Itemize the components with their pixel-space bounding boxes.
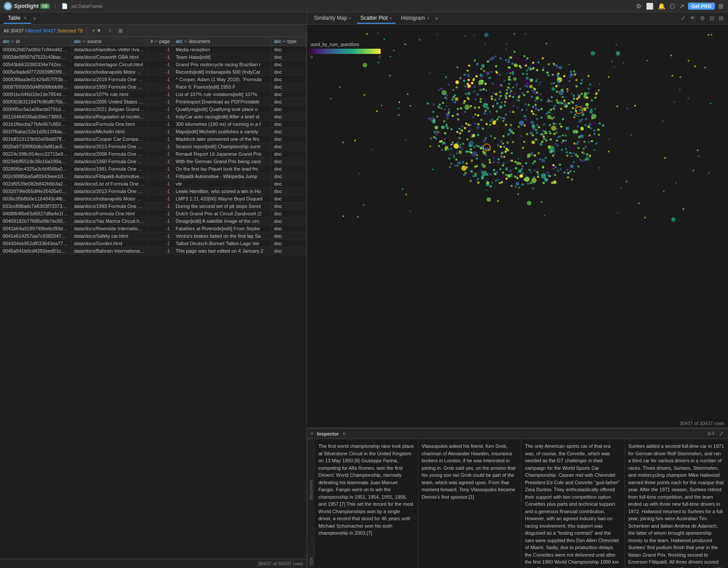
- table-row[interactable]: 0032079fe055df4e35435e083ad25d0c data/do…: [0, 188, 307, 195]
- svg-point-524: [475, 175, 477, 177]
- svg-point-707: [562, 140, 564, 142]
- table-row[interactable]: 00087893650d48506fbbb99f7ee4dba4 data/do…: [0, 83, 307, 91]
- svg-point-681: [557, 66, 559, 68]
- svg-point-610: [570, 111, 572, 113]
- add-filter-button[interactable]: + ▼: [90, 27, 103, 35]
- tab-scatter-plot[interactable]: Scatter Plot ×: [357, 13, 396, 24]
- table-container[interactable]: abc ✏ id abc ✏ source # ✏ page abc: [0, 37, 307, 559]
- table-row[interactable]: 0045a941b0cd4292eed51c8748369d7c data/do…: [0, 247, 307, 255]
- svg-point-382: [501, 181, 503, 183]
- col-header-document[interactable]: abc ✏ document: [173, 37, 271, 46]
- table-row[interactable]: 00409182b77685e0fe7ec653169a0b11 data/do…: [0, 218, 307, 225]
- terminal-icon[interactable]: ⬜: [645, 2, 654, 11]
- svg-point-330: [530, 68, 532, 71]
- svg-point-237: [577, 155, 579, 157]
- inspector-expand[interactable]: ⤢: [718, 429, 724, 438]
- settings-icon[interactable]: ⚙: [635, 2, 642, 11]
- tab-similarity-map[interactable]: Similarity Map ×: [310, 13, 355, 24]
- panel-settings-icon[interactable]: ⚙: [699, 14, 706, 22]
- table-row[interactable]: 002806bc4325a3cfd4568a086430041bcc data/…: [0, 165, 307, 173]
- svg-point-838: [405, 139, 407, 141]
- svg-point-532: [468, 127, 472, 131]
- svg-point-878: [474, 34, 475, 36]
- similarity-tab-close[interactable]: ×: [349, 15, 351, 21]
- svg-point-283: [510, 124, 512, 126]
- table-tab-close[interactable]: ×: [24, 15, 27, 21]
- table-row[interactable]: 0020a97390f60dbcfa9f1ac5182ac5b3e data/d…: [0, 143, 307, 150]
- table-row[interactable]: 000f3036311847fc86df076bf3ade2218 data/d…: [0, 98, 307, 106]
- table-row[interactable]: 000f4f5cc5a1a06ecb0791da09b8c11b4 data/d…: [0, 106, 307, 113]
- panel-expand-icon[interactable]: ⤢: [680, 14, 686, 22]
- svg-point-831: [389, 56, 391, 57]
- sort-button[interactable]: ↕: [107, 27, 113, 35]
- inspector-add-button[interactable]: +: [343, 430, 346, 437]
- table-row[interactable]: 0003de08507d7522c43bac201392929f data/do…: [0, 54, 307, 61]
- svg-point-855: [615, 44, 617, 46]
- table-row[interactable]: 00543bb633380334e742ec9e0c15a18 data/doc…: [0, 61, 307, 68]
- panel-grid-icon[interactable]: ⊞: [718, 14, 724, 22]
- svg-point-676: [492, 92, 495, 94]
- svg-point-66: [456, 131, 458, 133]
- table-row[interactable]: 0036c95b8b0e1164843c4fb72e2ef00fa data/d…: [0, 195, 307, 203]
- table-row[interactable]: 000062fd07a090c7c84ed42468a0a4b7f data/d…: [0, 46, 307, 54]
- table-row[interactable]: 001fdf323123b92e09dd07ff293ccfefeb data/…: [0, 136, 307, 143]
- col-header-type[interactable]: abc ✏ type: [271, 37, 307, 46]
- histogram-tab-close[interactable]: ×: [427, 15, 429, 21]
- add-panel-tab-button[interactable]: +: [435, 15, 438, 22]
- col-header-source[interactable]: abc ✏ source: [71, 37, 148, 46]
- svg-point-753: [521, 109, 523, 111]
- grid-options-button[interactable]: ⊞: [117, 27, 125, 35]
- table-row[interactable]: 033cc898adc7a6303f7337369e355c881 data/d…: [0, 203, 307, 210]
- scatter-plot-container[interactable]: used_by_num_questions 0 2 30437 of 30437…: [307, 25, 728, 428]
- svg-point-521: [566, 155, 568, 157]
- svg-point-515: [495, 179, 497, 182]
- table-row[interactable]: 00083f8aa3e01426d57f7f3b6424a6d8e data/d…: [0, 76, 307, 83]
- col-header-id[interactable]: abc ✏ id: [0, 37, 71, 46]
- github-icon[interactable]: ⬡: [669, 2, 676, 11]
- svg-point-287: [591, 140, 593, 142]
- svg-point-327: [583, 152, 585, 154]
- table-row[interactable]: 0023eb95519c36c16a199a7a08a102f12 data/d…: [0, 158, 307, 165]
- svg-point-377: [586, 153, 589, 155]
- type-row-label: type: [307, 555, 315, 568]
- svg-point-669: [463, 80, 465, 82]
- table-row[interactable]: 0005e9ade6f7720839ff03f93b3b23cc5 data/d…: [0, 68, 307, 76]
- table-row[interactable]: 004304eb952df033643ea777d4d1b160 data/do…: [0, 240, 307, 247]
- svg-point-935: [559, 136, 561, 137]
- svg-point-944: [591, 51, 595, 55]
- table-row[interactable]: 0408f64f6e83d6827d8a4e1f060f844c data/do…: [0, 210, 307, 218]
- svg-point-790: [510, 185, 513, 187]
- svg-point-370: [560, 108, 562, 110]
- table-row[interactable]: 002df0539e082b842b6b3a2969ca7872 data/do…: [0, 180, 307, 188]
- svg-point-448: [536, 124, 538, 126]
- grid-icon[interactable]: ⊞: [717, 2, 724, 11]
- table-row[interactable]: 001b1f6ecba77bfe667c850cb6ebf0a5e data/d…: [0, 121, 307, 128]
- svg-point-786: [471, 132, 473, 135]
- get-pro-button[interactable]: Get PRO: [688, 3, 715, 10]
- add-tab-button[interactable]: +: [33, 15, 36, 22]
- notification-icon[interactable]: 🔔: [657, 2, 666, 11]
- table-row[interactable]: 0041b64a91897996e6cf93d8a2f4b8ff4 data/d…: [0, 225, 307, 232]
- inspector-close[interactable]: ×: [310, 431, 314, 437]
- table-row[interactable]: 00224c398c914ecc22715e975909ca597 data/d…: [0, 150, 307, 158]
- table-tab[interactable]: Table ×: [4, 13, 31, 24]
- external-link-icon[interactable]: ↗: [678, 2, 685, 11]
- svg-point-722: [540, 117, 542, 119]
- table-row[interactable]: 002c90f85ba5a80343eee106f906d4765 data/d…: [0, 173, 307, 180]
- svg-point-746: [573, 116, 575, 118]
- svg-point-815: [436, 34, 438, 36]
- table-row[interactable]: 00116464036ab30ec73883d7d799bfc data/doc…: [0, 113, 307, 121]
- table-row[interactable]: 0041e614257aa7c9382047396db0abe3 data/do…: [0, 232, 307, 240]
- svg-point-473: [502, 120, 504, 122]
- svg-point-86: [497, 161, 500, 164]
- tab-histogram[interactable]: Histogram ×: [397, 13, 433, 24]
- svg-point-738: [500, 146, 502, 148]
- panel-filter-icon[interactable]: ⊟: [709, 14, 715, 22]
- svg-point-259: [570, 73, 573, 77]
- panel-eye-icon[interactable]: 👁: [689, 14, 696, 22]
- col-header-page[interactable]: # ✏ page: [148, 37, 173, 46]
- svg-point-615: [534, 100, 536, 102]
- table-row[interactable]: 001f76aba152e1d2b11f4dabc03ba8e6e data/d…: [0, 128, 307, 136]
- scatter-tab-close[interactable]: ×: [389, 15, 392, 21]
- table-row[interactable]: 00091bc646d33e19e7854d7ea41345c7 data/do…: [0, 91, 307, 98]
